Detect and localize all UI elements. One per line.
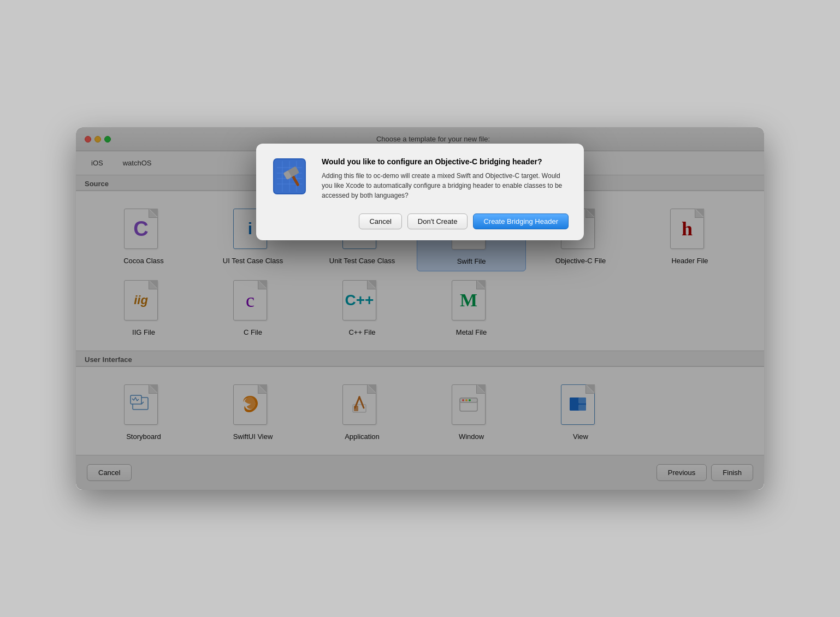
alert-dialog: Would you like to configure an Objective…	[256, 144, 584, 240]
main-window: Choose a template for your new file: iOS…	[76, 127, 764, 490]
alert-create-button[interactable]: Create Bridging Header	[473, 213, 569, 229]
alert-overlay: Would you like to configure an Objective…	[76, 127, 764, 490]
alert-cancel-button[interactable]: Cancel	[359, 213, 401, 229]
alert-body: Adding this file to oc-demo will create …	[322, 171, 569, 200]
alert-title: Would you like to configure an Objective…	[322, 157, 569, 167]
alert-header: Would you like to configure an Objective…	[271, 157, 569, 200]
xcode-alert-icon	[271, 157, 311, 196]
alert-dont-create-button[interactable]: Don't Create	[407, 213, 468, 229]
alert-buttons: Cancel Don't Create Create Bridging Head…	[271, 213, 569, 229]
alert-text-block: Would you like to configure an Objective…	[322, 157, 569, 200]
